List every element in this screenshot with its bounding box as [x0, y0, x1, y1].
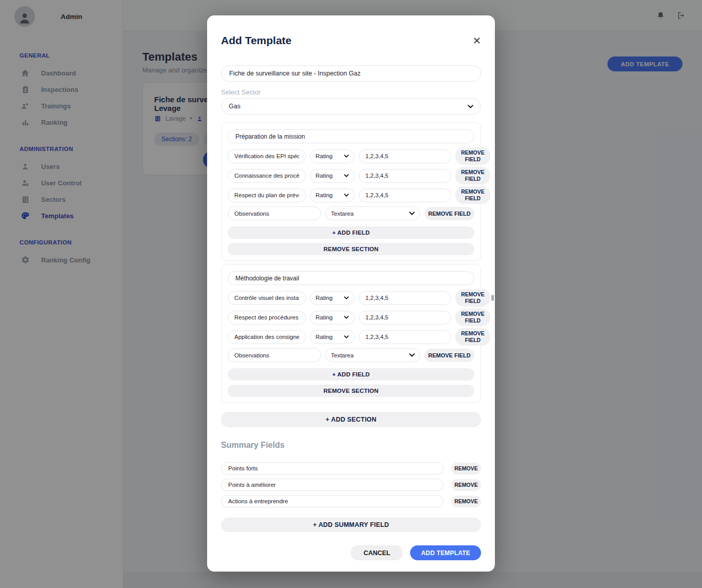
summary-row: REMOVE — [221, 462, 481, 475]
add-field-button[interactable]: + ADD FIELD — [228, 368, 474, 381]
add-summary-field-button[interactable]: + ADD SUMMARY FIELD — [221, 518, 481, 532]
field-label-input[interactable] — [228, 149, 306, 163]
add-template-modal: Add Template Select Sector Gas Rating RE… — [207, 15, 495, 572]
modal-footer: CANCEL ADD TEMPLATE — [221, 545, 481, 560]
remove-section-button[interactable]: REMOVE SECTION — [228, 243, 474, 255]
field-label-input[interactable] — [228, 188, 306, 202]
field-label-input[interactable] — [228, 291, 306, 305]
remove-field-button[interactable]: REMOVE FIELD — [424, 207, 474, 220]
cancel-button[interactable]: CANCEL — [350, 545, 403, 560]
summary-fields-heading: Summary Fields — [221, 441, 481, 450]
chevron-down-icon — [344, 335, 349, 338]
field-row: Rating REMOVE FIELD — [228, 186, 474, 204]
sector-label: Select Sector — [221, 88, 481, 96]
remove-summary-button[interactable]: REMOVE — [451, 463, 481, 475]
remove-field-button[interactable]: REMOVE FIELD — [424, 349, 474, 362]
field-values-input[interactable] — [359, 330, 451, 344]
modal-title: Add Template — [221, 34, 291, 47]
field-type-select[interactable]: Textarea — [325, 206, 420, 220]
summary-field-input[interactable] — [221, 495, 444, 507]
sector-select-value: Gas — [229, 103, 241, 110]
field-type-select[interactable]: Rating — [310, 169, 355, 183]
template-name-input[interactable] — [221, 65, 481, 82]
summary-row: REMOVE — [221, 495, 481, 507]
summary-field-input[interactable] — [221, 479, 444, 491]
field-label-input[interactable] — [228, 169, 306, 183]
chevron-down-icon — [344, 316, 349, 319]
field-row: Rating REMOVE FIELD — [228, 167, 474, 184]
field-type-select[interactable]: Rating — [310, 149, 355, 163]
remove-summary-button[interactable]: REMOVE — [451, 496, 481, 507]
field-type-select[interactable]: Rating — [310, 311, 355, 325]
summary-field-input[interactable] — [221, 462, 444, 475]
remove-section-button[interactable]: REMOVE SECTION — [228, 385, 474, 397]
remove-field-button[interactable]: REMOVE FIELD — [455, 147, 490, 165]
field-row: Rating REMOVE FIELD — [228, 309, 474, 326]
field-row: Textarea REMOVE FIELD — [228, 206, 474, 220]
chevron-down-icon — [468, 105, 473, 108]
add-template-submit-button[interactable]: ADD TEMPLATE — [410, 545, 481, 560]
chevron-down-icon — [409, 353, 415, 357]
remove-summary-button[interactable]: REMOVE — [451, 479, 481, 491]
remove-field-button[interactable]: REMOVE FIELD — [455, 167, 490, 184]
chevron-down-icon — [344, 174, 349, 177]
section-box-2: Rating REMOVE FIELD Rating REMOVE FIELD … — [221, 264, 481, 403]
field-label-input[interactable] — [228, 330, 306, 344]
summary-row: REMOVE — [221, 479, 481, 491]
remove-field-button[interactable]: REMOVE FIELD — [455, 289, 490, 307]
field-label-input[interactable] — [228, 348, 321, 362]
close-icon[interactable] — [473, 36, 481, 45]
field-type-select[interactable]: Textarea — [325, 348, 420, 362]
field-row: Rating REMOVE FIELD — [228, 147, 474, 165]
field-label-input[interactable] — [228, 311, 306, 325]
modal-scrollbar[interactable] — [491, 295, 494, 301]
field-type-select[interactable]: Rating — [310, 188, 355, 202]
remove-field-button[interactable]: REMOVE FIELD — [455, 186, 490, 204]
chevron-down-icon — [344, 296, 349, 299]
section-box-1: Rating REMOVE FIELD Rating REMOVE FIELD … — [221, 122, 481, 261]
field-type-select[interactable]: Rating — [310, 330, 355, 344]
section-name-input[interactable] — [228, 129, 474, 143]
remove-field-button[interactable]: REMOVE FIELD — [455, 309, 490, 326]
field-type-select[interactable]: Rating — [310, 291, 355, 305]
field-values-input[interactable] — [359, 291, 451, 305]
add-section-button[interactable]: + ADD SECTION — [221, 412, 481, 427]
field-row: Textarea REMOVE FIELD — [228, 348, 474, 362]
field-row: Rating REMOVE FIELD — [228, 328, 474, 346]
chevron-down-icon — [409, 212, 415, 215]
sector-select[interactable]: Gas — [221, 98, 481, 115]
section-name-input[interactable] — [228, 271, 474, 285]
add-field-button[interactable]: + ADD FIELD — [228, 226, 474, 239]
field-values-input[interactable] — [359, 149, 451, 163]
field-values-input[interactable] — [359, 169, 451, 183]
field-row: Rating REMOVE FIELD — [228, 289, 474, 307]
remove-field-button[interactable]: REMOVE FIELD — [455, 328, 490, 346]
chevron-down-icon — [344, 155, 349, 158]
chevron-down-icon — [344, 194, 349, 197]
field-values-input[interactable] — [359, 188, 451, 202]
field-values-input[interactable] — [359, 311, 451, 325]
field-label-input[interactable] — [228, 206, 321, 220]
